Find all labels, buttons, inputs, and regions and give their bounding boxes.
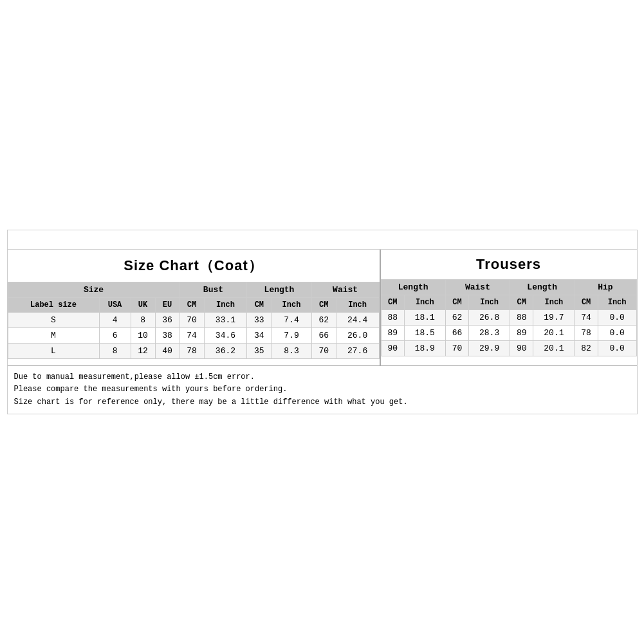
trousers-cell: 18.9 xyxy=(404,341,445,356)
trousers-tbody: 8818.16226.88819.7740.08918.56628.38920.… xyxy=(381,310,636,356)
coat-tbody: S48367033.1337.46224.4M610387434.6347.96… xyxy=(8,313,379,359)
t-hip-cm: CM xyxy=(575,295,598,310)
coat-cell: 66 xyxy=(311,328,336,344)
length-inch-header: Inch xyxy=(271,298,311,313)
trousers-cell: 26.8 xyxy=(469,310,510,326)
t-length2-header: Length xyxy=(510,280,575,295)
t-len2-cm: CM xyxy=(510,295,533,310)
uk-header: UK xyxy=(131,298,155,313)
trousers-cell: 88 xyxy=(510,310,533,326)
coat-cell: 8.3 xyxy=(271,344,311,359)
t-waist-header: Waist xyxy=(445,280,510,295)
trousers-cell: 18.1 xyxy=(404,310,445,326)
notes-section: Due to manual measurement,please allow ±… xyxy=(8,366,637,414)
coat-cell: 38 xyxy=(155,328,179,344)
coat-section: Size Chart（Coat） Size Bust Length Waist … xyxy=(8,250,381,365)
note-line: Due to manual measurement,please allow ±… xyxy=(14,371,630,383)
trousers-cell: 18.5 xyxy=(404,326,445,341)
coat-cell: 70 xyxy=(311,344,336,359)
coat-cell: 35 xyxy=(247,344,271,359)
coat-cell: 33.1 xyxy=(204,313,247,328)
t-len-inch: Inch xyxy=(404,295,445,310)
t-length-header: Length xyxy=(381,280,445,295)
coat-cell: 26.0 xyxy=(336,328,379,344)
trousers-cell: 62 xyxy=(445,310,468,326)
bust-header: Bust xyxy=(179,282,247,298)
coat-cell: 7.9 xyxy=(271,328,311,344)
trousers-cell: 66 xyxy=(445,326,468,341)
waist-header: Waist xyxy=(311,282,379,298)
coat-cell: 6 xyxy=(99,328,131,344)
note-line: Size chart is for reference only, there … xyxy=(14,396,630,409)
trousers-cell: 0.0 xyxy=(598,326,636,341)
coat-title: Size Chart（Coat） xyxy=(8,256,380,275)
waist-cm-header: CM xyxy=(311,298,336,313)
trousers-cell: 28.3 xyxy=(469,326,510,341)
coat-cell: 70 xyxy=(179,313,204,328)
t-waist-cm: CM xyxy=(445,295,468,310)
coat-cell: 74 xyxy=(179,328,204,344)
coat-header-row-1: Size Bust Length Waist xyxy=(8,282,379,298)
trousers-cell: 90 xyxy=(510,341,533,356)
waist-inch-header: Inch xyxy=(336,298,379,313)
eu-header: EU xyxy=(155,298,179,313)
t-len2-inch: Inch xyxy=(533,295,575,310)
t-hip-header: Hip xyxy=(575,280,636,295)
trousers-cell: 74 xyxy=(575,310,598,326)
trousers-cell: 90 xyxy=(381,341,404,356)
coat-table: Size Bust Length Waist Label size USA UK… xyxy=(8,282,380,359)
t-len-cm: CM xyxy=(381,295,404,310)
t-hip-inch: Inch xyxy=(598,295,636,310)
trousers-cell: 88 xyxy=(381,310,404,326)
notes-container: Due to manual measurement,please allow ±… xyxy=(14,371,630,409)
trousers-header-row-2: CM Inch CM Inch CM Inch CM Inch xyxy=(381,295,636,310)
trousers-cell: 78 xyxy=(575,326,598,341)
label-size-header: Label size xyxy=(8,298,99,313)
usa-header: USA xyxy=(99,298,131,313)
top-spacer xyxy=(8,230,637,250)
coat-cell: M xyxy=(8,328,99,344)
coat-cell: 7.4 xyxy=(271,313,311,328)
bust-cm-header: CM xyxy=(179,298,204,313)
coat-cell: 40 xyxy=(155,344,179,359)
coat-cell: 34.6 xyxy=(204,328,247,344)
trousers-table-row: 8818.16226.88819.7740.0 xyxy=(381,310,636,326)
main-content: Size Chart（Coat） Size Bust Length Waist … xyxy=(8,250,637,366)
coat-cell: 33 xyxy=(247,313,271,328)
trousers-section: Trousers Length Waist Length Hip CM Inch… xyxy=(381,250,637,365)
note-line: Please compare the measurements with you… xyxy=(14,383,630,396)
coat-cell: S xyxy=(8,313,99,328)
trousers-table-row: 9018.97029.99020.1820.0 xyxy=(381,341,636,356)
coat-cell: L xyxy=(8,344,99,359)
trousers-cell: 89 xyxy=(510,326,533,341)
bust-inch-header: Inch xyxy=(204,298,247,313)
coat-cell: 8 xyxy=(131,313,155,328)
trousers-cell: 82 xyxy=(575,341,598,356)
length-header: Length xyxy=(247,282,311,298)
coat-cell: 62 xyxy=(311,313,336,328)
coat-cell: 36.2 xyxy=(204,344,247,359)
trousers-table-row: 8918.56628.38920.1780.0 xyxy=(381,326,636,341)
coat-header-row-2: Label size USA UK EU CM Inch CM Inch CM … xyxy=(8,298,379,313)
coat-cell: 27.6 xyxy=(336,344,379,359)
trousers-cell: 29.9 xyxy=(469,341,510,356)
coat-cell: 8 xyxy=(99,344,131,359)
coat-cell: 34 xyxy=(247,328,271,344)
t-waist-inch: Inch xyxy=(469,295,510,310)
length-cm-header: CM xyxy=(247,298,271,313)
coat-table-row: S48367033.1337.46224.4 xyxy=(8,313,379,328)
coat-cell: 36 xyxy=(155,313,179,328)
size-header: Size xyxy=(8,282,179,298)
coat-cell: 10 xyxy=(131,328,155,344)
trousers-cell: 0.0 xyxy=(598,341,636,356)
coat-cell: 12 xyxy=(131,344,155,359)
trousers-cell: 0.0 xyxy=(598,310,636,326)
coat-cell: 24.4 xyxy=(336,313,379,328)
coat-table-row: L812407836.2358.37027.6 xyxy=(8,344,379,359)
trousers-header-row-1: Length Waist Length Hip xyxy=(381,280,636,295)
trousers-cell: 20.1 xyxy=(533,326,575,341)
trousers-table: Length Waist Length Hip CM Inch CM Inch … xyxy=(381,279,637,356)
trousers-cell: 70 xyxy=(445,341,468,356)
size-chart-wrapper: Size Chart（Coat） Size Bust Length Waist … xyxy=(7,230,638,414)
trousers-title: Trousers xyxy=(381,256,637,273)
